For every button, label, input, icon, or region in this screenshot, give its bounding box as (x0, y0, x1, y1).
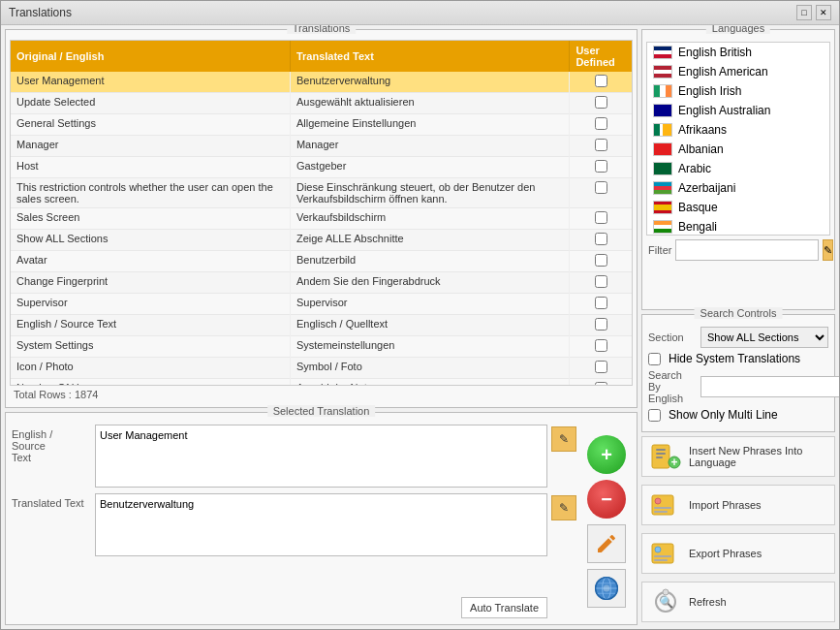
svg-rect-10 (656, 457, 663, 458)
table-row[interactable]: Number Of UsersAnzahl der Nutzer (11, 379, 632, 387)
table-row[interactable]: System SettingsSystemeinstellungen (11, 336, 632, 358)
edit-pencil-button[interactable] (587, 524, 626, 563)
table-row[interactable]: HostGastgeber (11, 157, 632, 178)
user-defined-checkbox[interactable] (595, 339, 607, 352)
main-window: Translations □ ✕ Translations Original /… (0, 0, 840, 630)
table-row[interactable]: Change FingerprintAndem Sie den Fingerab… (11, 272, 632, 294)
english-field-row: English / SourceText User Management ✎ (12, 425, 576, 488)
user-defined-checkbox[interactable] (595, 361, 607, 373)
user-defined-cell (570, 93, 632, 114)
language-list[interactable]: English BritishEnglish AmericanEnglish I… (646, 42, 830, 236)
table-row[interactable]: English / Source TextEnglisch / Quelltex… (11, 315, 632, 336)
user-defined-checkbox[interactable] (595, 233, 607, 245)
language-item[interactable]: English Australian (647, 101, 829, 120)
section-select[interactable]: Show ALL Sections (700, 327, 828, 348)
table-row[interactable]: This restriction controls whether the us… (11, 178, 632, 208)
maximize-button[interactable]: □ (796, 5, 812, 20)
english-input-wrap: User Management ✎ (95, 425, 576, 488)
user-defined-checkbox[interactable] (595, 211, 607, 224)
language-item[interactable]: English British (647, 43, 829, 62)
user-defined-checkbox[interactable] (595, 117, 607, 130)
translations-table-wrapper: Original / English Translated Text User … (10, 40, 633, 403)
filter-edit-button[interactable]: ✎ (823, 239, 833, 261)
language-item[interactable]: Afrikaans (647, 120, 829, 140)
export-phrases-button[interactable]: Export Phrases (641, 533, 835, 574)
language-item[interactable]: English American (647, 62, 829, 81)
title-bar-controls: □ ✕ (796, 5, 831, 20)
table-row[interactable]: Sales ScreenVerkaufsbildschirm (11, 208, 632, 230)
language-item[interactable]: Basque (647, 198, 829, 217)
table-container[interactable]: Original / English Translated Text User … (10, 40, 633, 386)
table-row[interactable]: Update SelectedAusgewählt aktualisieren (11, 93, 632, 114)
multiline-checkbox[interactable] (648, 409, 661, 422)
english-source-text[interactable]: User Management (95, 425, 547, 488)
translated-cell: Supervisor (290, 294, 569, 315)
refresh-button[interactable]: 🔍 Refresh (641, 582, 835, 622)
language-item[interactable]: English Irish (647, 81, 829, 101)
user-defined-checkbox[interactable] (595, 318, 607, 331)
translations-panel: Translations Original / English Translat… (5, 29, 638, 408)
insert-phrases-button[interactable]: + Insert New Phrases IntoLanguage (641, 436, 835, 477)
filter-input[interactable] (675, 239, 819, 261)
user-defined-checkbox[interactable] (595, 160, 607, 173)
table-row[interactable]: SupervisorSupervisor (11, 294, 632, 315)
table-row[interactable]: General SettingsAllgemeine Einstellungen (11, 114, 632, 136)
svg-point-18 (655, 547, 661, 552)
language-name: Basque (678, 201, 718, 214)
translated-cell: Gastgeber (290, 157, 569, 178)
svg-point-6 (604, 585, 610, 592)
user-defined-checkbox[interactable] (595, 96, 607, 109)
svg-rect-9 (656, 453, 666, 455)
multiline-label: Show Only Multi Line (669, 408, 778, 422)
user-defined-checkbox[interactable] (595, 254, 607, 267)
language-item[interactable]: Arabic (647, 159, 829, 178)
user-defined-checkbox[interactable] (595, 297, 607, 309)
search-controls-panel: Search Controls Section Show ALL Section… (641, 314, 835, 432)
translated-cell: Englisch / Quelltext (290, 315, 569, 336)
export-phrases-label: Export Phrases (689, 548, 762, 559)
user-defined-checkbox[interactable] (595, 139, 607, 151)
flag-icon (653, 142, 672, 156)
translated-cell: Anzahl der Nutzer (290, 379, 569, 387)
table-row[interactable]: Icon / PhotoSymbol / Foto (11, 358, 632, 379)
language-name: English British (678, 46, 752, 59)
table-row[interactable]: User ManagementBenutzerverwaltung (11, 72, 632, 93)
user-defined-cell (570, 251, 632, 272)
search-by-input[interactable] (700, 376, 839, 397)
user-defined-cell (570, 72, 632, 93)
title-bar: Translations □ ✕ (1, 1, 839, 25)
english-edit-button[interactable]: ✎ (551, 426, 576, 452)
user-defined-cell (570, 157, 632, 178)
add-button[interactable]: + (587, 435, 626, 474)
languages-panel-label: Languages (706, 25, 770, 34)
language-item[interactable]: Bengali (647, 217, 829, 236)
table-row[interactable]: ManagerManager (11, 136, 632, 157)
selected-translation-inner: English / SourceText User Management ✎ T… (12, 425, 631, 618)
globe-button[interactable] (587, 569, 626, 608)
user-defined-checkbox[interactable] (595, 181, 607, 194)
language-item[interactable]: Albanian (647, 140, 829, 159)
translated-label: Translated Text (12, 493, 89, 509)
original-cell: Show ALL Sections (11, 230, 290, 251)
col-translated: Translated Text (290, 41, 569, 72)
hide-system-label: Hide System Translations (669, 352, 800, 365)
hide-system-checkbox[interactable] (648, 353, 661, 365)
flag-icon (653, 201, 672, 214)
language-item[interactable]: Azerbaijani (647, 178, 829, 198)
table-row[interactable]: AvatarBenutzerbild (11, 251, 632, 272)
remove-button[interactable]: − (587, 480, 626, 519)
selected-translation-label: Selected Translation (267, 405, 376, 417)
user-defined-checkbox[interactable] (595, 75, 607, 87)
import-phrases-button[interactable]: Import Phrases (641, 485, 835, 525)
original-cell: This restriction controls whether the us… (11, 178, 290, 208)
user-defined-checkbox[interactable] (595, 275, 607, 288)
close-button[interactable]: ✕ (816, 5, 831, 20)
original-cell: Avatar (11, 251, 290, 272)
translated-cell: Zeige ALLE Abschnitte (290, 230, 569, 251)
translated-text[interactable]: Benutzerverwaltung (95, 493, 547, 556)
auto-translate-button[interactable]: Auto Translate (461, 597, 547, 618)
table-row[interactable]: Show ALL SectionsZeige ALLE Abschnitte (11, 230, 632, 251)
search-by-row: Search ByEnglish ✎ (648, 369, 828, 404)
action-buttons: + − (582, 425, 631, 618)
translated-edit-button[interactable]: ✎ (551, 495, 576, 520)
